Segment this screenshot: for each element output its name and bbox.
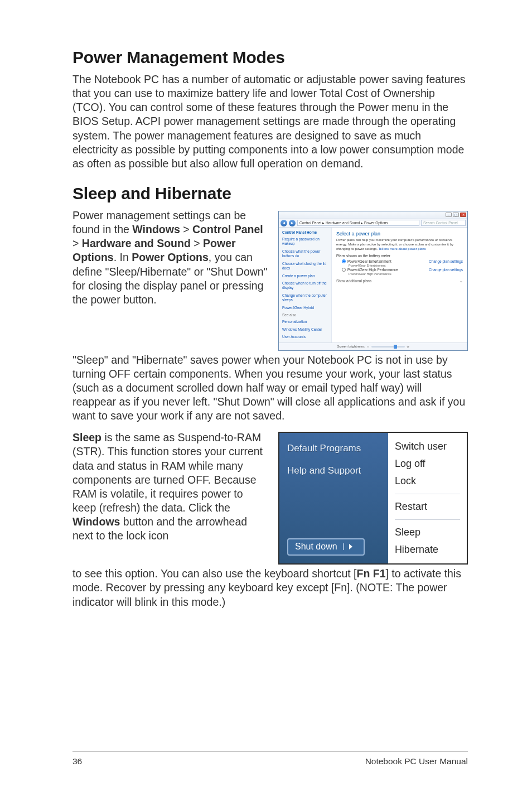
window-titlebar: – ▢ ✕ (279, 211, 467, 219)
menu-separator (395, 519, 460, 520)
text-fragment: is the same as Suspend-to-RAM (STR). Thi… (72, 431, 263, 514)
menu-default-programs[interactable]: Default Programs (287, 443, 380, 454)
plan-label: Power4Gear High Performance (347, 268, 398, 272)
text-fragment: > (180, 223, 192, 235)
nav-back-button[interactable]: ◄ (280, 220, 287, 226)
manual-title: Notebook PC User Manual (365, 756, 468, 766)
bold-fn-f1: Fn F1 (357, 567, 386, 580)
cp-home[interactable]: Control Panel Home (282, 230, 328, 234)
link-create-plan[interactable]: Create a power plan (282, 274, 328, 278)
select-plan-heading: Select a power plan (336, 231, 463, 237)
close-button[interactable]: ✕ (460, 213, 466, 217)
intro-paragraph: The Notebook PC has a number of automati… (72, 73, 468, 171)
link-mobility-center[interactable]: Windows Mobility Center (282, 327, 328, 332)
sleep-paragraph-3: Sleep is the same as Suspend-to-RAM (STR… (72, 431, 268, 543)
menu-switch-user[interactable]: Switch user (395, 441, 460, 452)
link-user-accounts[interactable]: User Accounts (282, 335, 328, 339)
left-nav: Control Panel Home Require a password on… (279, 228, 332, 343)
text-fragment: to see this option. You can also use the… (72, 567, 357, 580)
plans-group-label: Plans shown on the battery meter (336, 254, 463, 258)
link-power4gear[interactable]: Power4Gear Hybrid (282, 306, 328, 310)
bold-control-panel: Control Panel (192, 223, 263, 235)
link-personalization[interactable]: Personalization (282, 320, 328, 324)
text-fragment: . In (114, 251, 132, 263)
plan-entertainment[interactable]: Power4Gear Entertainment (342, 259, 391, 263)
link-change-sleep[interactable]: Change when the computer sleeps (282, 293, 328, 303)
start-menu: Default Programs Help and Support Shut d… (278, 432, 468, 565)
link-closing-lid[interactable]: Choose what closing the lid does (282, 262, 328, 271)
plan-subtitle-2: Power4Gear High Performance (349, 272, 463, 276)
address-bar: ◄ ► Control Panel ▸ Hardware and Sound ▸… (279, 219, 467, 228)
power-options-window: – ▢ ✕ ◄ ► Control Panel ▸ Hardware and S… (278, 211, 468, 351)
start-menu-right: Switch user Log off Lock Restart Sleep H… (388, 433, 467, 563)
bold-windows-2: Windows (72, 515, 120, 528)
page-number: 36 (72, 756, 82, 766)
menu-sleep[interactable]: Sleep (395, 527, 460, 538)
plan-description: Power plans can help you maximize your c… (336, 238, 463, 251)
bold-power-options-2: Power Options (132, 251, 209, 263)
status-bar: Screen brightness: ☼ ☀ (279, 343, 467, 350)
nav-fwd-button[interactable]: ► (289, 220, 296, 226)
shut-down-label: Shut down (295, 542, 337, 552)
radio-entertainment[interactable] (342, 259, 346, 263)
change-plan-2[interactable]: Change plan settings (429, 268, 463, 272)
sleep-paragraph-2: "Sleep" and "Hibernate" saves power when… (72, 353, 468, 423)
page-footer: 36 Notebook PC User Manual (0, 756, 532, 766)
start-menu-left: Default Programs Help and Support Shut d… (279, 433, 388, 563)
show-additional-plans[interactable]: Show additional plans (336, 279, 371, 283)
sleep-paragraph-4: to see this option. You can also use the… (72, 567, 468, 609)
bold-windows: Windows (132, 223, 180, 235)
plan-subtitle-1: Power4Gear Entertainment (349, 264, 463, 267)
change-plan-1[interactable]: Change plan settings (429, 259, 463, 263)
breadcrumb[interactable]: Control Panel ▸ Hardware and Sound ▸ Pow… (297, 220, 419, 226)
plan-label: Power4Gear Entertainment (347, 259, 391, 263)
link-power-buttons[interactable]: Choose what the power buttons do (282, 249, 328, 259)
search-input[interactable]: Search Control Panel (421, 220, 466, 226)
sun-bright-icon: ☀ (407, 345, 409, 349)
menu-separator (395, 494, 460, 494)
footer-rule (72, 751, 468, 752)
heading-power-mgmt: Power Management Modes (72, 48, 468, 67)
menu-hibernate[interactable]: Hibernate (395, 544, 460, 556)
brightness-label: Screen brightness: (337, 345, 365, 348)
maximize-button[interactable]: ▢ (453, 213, 459, 217)
see-also-label: See also (282, 313, 328, 317)
link-require-password[interactable]: Require a password on wakeup (282, 237, 328, 247)
radio-high-perf[interactable] (342, 268, 346, 272)
text-fragment: > (191, 237, 203, 249)
menu-lock[interactable]: Lock (395, 475, 460, 487)
text-fragment: > (72, 237, 82, 249)
bold-sleep: Sleep (72, 431, 101, 443)
shut-down-button[interactable]: Shut down (287, 538, 365, 556)
plan-high-performance[interactable]: Power4Gear High Performance (342, 268, 398, 272)
menu-help-support[interactable]: Help and Support (287, 465, 380, 476)
sun-dim-icon: ☼ (366, 345, 370, 348)
menu-log-off[interactable]: Log off (395, 458, 460, 470)
bold-hw-sound: Hardware and Sound (82, 237, 191, 249)
minimize-button[interactable]: – (446, 213, 452, 217)
menu-restart[interactable]: Restart (395, 501, 460, 513)
link-tell-me-more[interactable]: Tell me more about power plans (379, 247, 426, 250)
shutdown-arrow-icon[interactable] (343, 543, 357, 550)
main-panel: Select a power plan Power plans can help… (332, 228, 467, 343)
chevron-down-icon[interactable]: ⌄ (460, 279, 463, 283)
link-turn-off-display[interactable]: Choose when to turn off the display (282, 281, 328, 291)
brightness-slider[interactable] (371, 346, 405, 348)
sleep-paragraph-1: Power management settings can be found i… (72, 209, 268, 307)
heading-sleep-hibernate: Sleep and Hibernate (72, 184, 468, 203)
